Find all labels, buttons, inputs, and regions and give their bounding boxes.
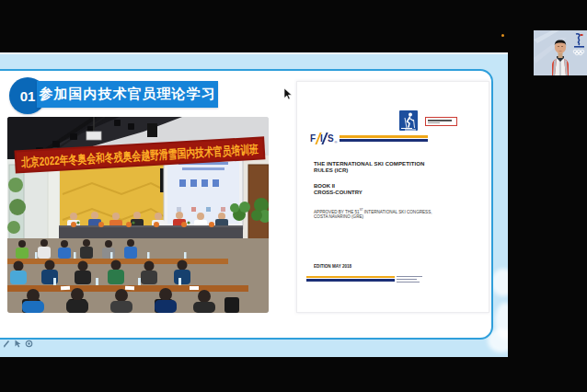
pointer-icon[interactable] (14, 340, 22, 348)
share-top-highlight (0, 52, 508, 54)
book-line-1: BOOK II (314, 183, 363, 190)
header-stripe-navy (340, 139, 428, 143)
fis-letter-s: S (328, 133, 334, 144)
footer-address-line (397, 282, 420, 282)
training-photo-scene: 北京2022年冬奥会和冬残奥会越野滑雪国内技术官员培训班 (7, 117, 269, 313)
document-book: BOOK II CROSS-COUNTRY (314, 183, 363, 196)
mouse-cursor (284, 88, 293, 100)
document-title: THE INTERNATIONAL SKI COMPETITION RULES … (314, 161, 424, 174)
footer-stripe-navy (306, 279, 395, 282)
snow-decoration (491, 269, 508, 296)
approved-line-1: APPROVED BY THE 51ST INTERNATIONAL SKI C… (314, 208, 432, 214)
footer-address-line (397, 276, 422, 277)
webcam-video (534, 30, 587, 75)
slide-number: 01 (20, 88, 36, 104)
pen-icon[interactable] (3, 340, 11, 348)
indicator-dot (501, 34, 504, 37)
fis-document-page: F I S ® THE INTERNATIONAL SKI COMPETITIO… (296, 81, 489, 313)
tracked-change-note (425, 117, 457, 126)
cross-country-skier-icon (399, 110, 418, 131)
annotation-toolbar (3, 340, 33, 348)
title-line-1: THE INTERNATIONAL SKI COMPETITION (314, 161, 424, 167)
book-line-2: CROSS-COUNTRY (314, 190, 363, 196)
note-text-line (428, 122, 440, 123)
document-approved: APPROVED BY THE 51ST INTERNATIONAL SKI C… (314, 208, 432, 219)
registered-mark: ® (335, 141, 338, 144)
note-text-line (428, 120, 452, 121)
slide-title: 参加国内技术官员理论学习 (40, 86, 216, 103)
header-stripe-yellow (340, 135, 428, 138)
document-edition: EDITION MAY 2018 (314, 264, 351, 269)
laser-pointer-icon[interactable] (25, 340, 33, 348)
training-session-photo: 北京2022年冬奥会和冬残奥会越野滑雪国内技术官员培训班 (7, 117, 269, 313)
title-line-2: RULES (ICR) (314, 167, 424, 174)
footer-address-line (397, 279, 417, 280)
fis-logo: F I S ® (310, 130, 338, 144)
participant-webcam-thumbnail[interactable] (534, 30, 587, 75)
approved-line-2: COSTA NAVARINO (GRE) (314, 214, 432, 219)
slide-title-banner: 参加国内技术官员理论学习 (37, 81, 218, 108)
